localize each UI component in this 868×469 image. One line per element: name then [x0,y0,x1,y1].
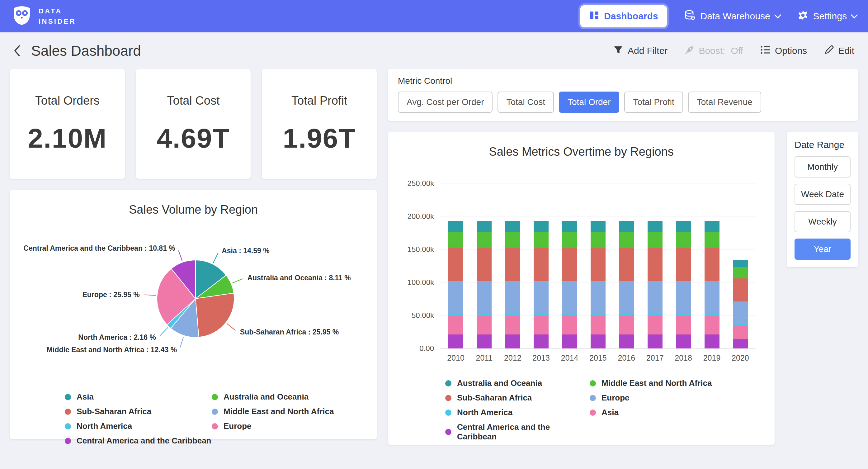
legend-dot [445,380,452,386]
bar-segment [448,281,463,313]
bar-segment [733,326,748,339]
bar-segment [477,247,492,281]
metric-buttons: Avg. Cost per OrderTotal CostTotal Order… [398,92,848,113]
metric-button[interactable]: Total Profit [624,92,683,113]
x-axis-label: 2013 [534,353,549,363]
legend-dot [590,395,596,401]
legend-label: Central America and the Caribbean [76,436,211,446]
legend-label: Australia and Oceania [457,378,542,388]
legend-label: Europe [601,393,629,403]
bar-segment [534,281,549,313]
bar-segment [676,313,691,316]
pie-slice[interactable] [195,293,234,337]
bar-segment [676,247,691,281]
legend-item: Asia [590,408,712,417]
legend-dot [445,410,452,416]
bar-segment [477,316,492,334]
legend-dot [590,410,596,416]
bar-segment [591,334,606,349]
dashboards-icon [589,10,599,23]
legend-dot [212,423,218,430]
pie-callout-line [227,324,236,330]
bar-chart-card: Sales Metrics Overtime by Regions 0.0050… [388,132,775,445]
kpi-row: Total Orders 2.10M Total Cost 4.69T Tota… [10,69,377,179]
bar-column [619,221,634,349]
boost-toggle[interactable]: Boost:Off [685,45,743,57]
legend-dot [65,423,71,430]
list-icon [761,46,771,56]
bar-segment [705,281,719,313]
nav-data-warehouse[interactable]: Data Warehouse [684,10,780,23]
legend-item: Middle East and North Africa [590,378,712,388]
brand[interactable]: DATA INSIDER [11,4,76,28]
edit-button[interactable]: Edit [825,45,854,57]
nav-settings[interactable]: Settings [798,10,857,23]
add-filter-button[interactable]: Add Filter [613,45,668,57]
bar-column [477,221,492,349]
bar-segment [562,247,577,281]
bar-column [562,221,577,349]
pie-chart: Asia : 14.59 %Australia and Oceania : 8.… [10,216,377,386]
pie-callout-label: Australia and Oceania : 8.11 % [247,274,350,282]
legend-label: North America [76,421,132,431]
nav-data-warehouse-label: Data Warehouse [701,11,770,22]
gear-icon [798,10,808,23]
legend-item: Central America and the Caribbean [65,436,212,446]
bar-segment [705,316,719,334]
chevron-down-icon [774,11,781,19]
pie-callout-line [180,336,184,347]
date-range-button[interactable]: Year [795,239,850,260]
x-axis-label: 2017 [648,353,662,363]
x-axis-label: 2019 [705,353,719,363]
kpi-label: Total Profit [262,94,377,108]
pie-chart-svg: Asia : 14.59 %Australia and Oceania : 8.… [10,216,377,386]
bar-segment [733,260,748,267]
legend-item: Central America and the Caribbean [445,422,590,442]
bar-segment [505,232,520,247]
bar-segment [534,316,549,334]
bar-segment [505,247,520,281]
nav-dashboards-button[interactable]: Dashboards [580,5,666,27]
options-button[interactable]: Options [761,46,807,56]
chevron-down-icon [851,11,858,19]
y-axis-tick: 100.00k [407,278,434,287]
date-range-button[interactable]: Monthly [795,156,850,177]
bar-segment [619,334,634,349]
add-filter-label: Add Filter [628,46,668,56]
legend-column: AsiaSub-Saharan AfricaNorth AmericaCentr… [65,392,212,446]
bar-segment [676,281,691,313]
brand-line2: INSIDER [39,16,76,27]
back-button[interactable] [14,45,21,57]
kpi-value: 4.69T [136,122,251,154]
kpi-card-total-cost: Total Cost 4.69T [136,69,251,179]
pie-callout-label: Asia : 14.59 % [222,247,269,255]
metric-button[interactable]: Total Revenue [688,92,761,113]
legend-dot [212,394,218,400]
pie-callout-line [178,251,182,261]
pie-chart-title: Sales Volume by Region [10,190,377,216]
y-axis-tick: 200.00k [407,212,434,221]
legend-label: Sub-Saharan Africa [457,393,532,403]
legend-item: Europe [590,393,712,403]
legend-dot [212,409,218,415]
bar-segment [648,316,662,334]
legend-label: Middle East and North Africa [223,407,334,416]
bar-segment [505,281,520,313]
legend-item: Europe [212,421,334,431]
metric-button[interactable]: Total Order [559,92,620,113]
kpi-card-total-profit: Total Profit 1.96T [262,69,377,179]
legend-label: Sub-Saharan Africa [76,407,151,416]
y-axis-tick: 150.00k [407,245,434,254]
date-range-button[interactable]: Weekly [795,211,850,232]
bar-segment [619,247,634,281]
bar-segment [477,281,492,313]
owl-logo-icon [11,4,32,28]
options-label: Options [775,46,807,56]
metric-button[interactable]: Total Cost [497,92,554,113]
bar-segment [619,221,634,231]
bar-segment [562,232,577,247]
date-range-button[interactable]: Week Date [795,184,850,205]
metric-button[interactable]: Avg. Cost per Order [398,92,493,113]
bar-segment [448,232,463,247]
page-header: Sales Dashboard Add Filter Boost:Off Opt… [0,32,868,67]
